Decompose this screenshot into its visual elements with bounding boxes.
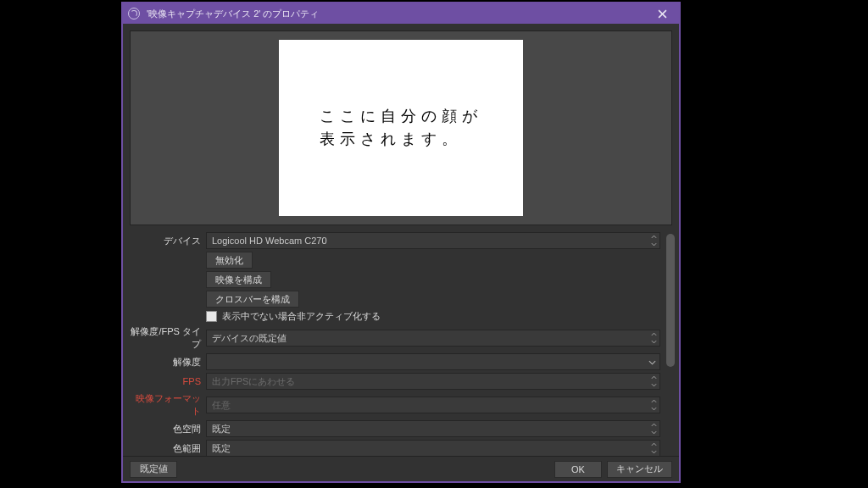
- color-space-label: 色空間: [128, 423, 206, 435]
- deactivate-when-hidden-label: 表示中でない場合非アクティブ化する: [222, 310, 381, 323]
- button-bar: 既定値 OK キャンセル: [123, 456, 679, 481]
- scrollbar[interactable]: [665, 234, 676, 449]
- close-icon[interactable]: [650, 3, 674, 24]
- res-fps-type-select[interactable]: デバイスの既定値: [206, 330, 660, 347]
- configure-crossbar-button[interactable]: クロスバーを構成: [206, 291, 299, 308]
- video-format-select[interactable]: 任意: [206, 396, 660, 413]
- video-format-label: 映像フォーマット: [128, 392, 206, 418]
- defaults-button[interactable]: 既定値: [130, 461, 177, 478]
- ok-button[interactable]: OK: [554, 461, 602, 478]
- fps-spinner-icon[interactable]: [648, 374, 659, 389]
- preview-placeholder: ここに自分の顔が 表示されます。: [279, 40, 523, 216]
- res-fps-type-spinner-icon[interactable]: [648, 330, 659, 346]
- color-space-spinner-icon[interactable]: [648, 421, 659, 436]
- res-fps-type-value: デバイスの既定値: [212, 332, 287, 345]
- resolution-select[interactable]: [206, 353, 660, 370]
- preview-area: ここに自分の顔が 表示されます。: [123, 24, 679, 227]
- obs-app-icon: [128, 8, 140, 19]
- deactivate-when-hidden-checkbox[interactable]: [206, 311, 217, 322]
- fps-label: FPS: [128, 376, 206, 386]
- resolution-label: 解像度: [128, 356, 206, 369]
- dialog-client: ここに自分の顔が 表示されます。 デバイス Logicool HD Webcam…: [123, 24, 679, 481]
- color-space-select[interactable]: 既定: [206, 420, 660, 437]
- fps-select[interactable]: 出力FPSにあわせる: [206, 373, 660, 390]
- configure-video-button[interactable]: 映像を構成: [206, 271, 271, 288]
- device-label: デバイス: [128, 235, 206, 247]
- fps-value: 出力FPSにあわせる: [212, 375, 295, 388]
- video-preview: ここに自分の顔が 表示されます。: [130, 30, 672, 225]
- device-select-value: Logicool HD Webcam C270: [212, 236, 327, 246]
- cancel-button[interactable]: キャンセル: [607, 461, 672, 478]
- titlebar[interactable]: '映像キャプチャデバイス 2' のプロパティ: [123, 3, 679, 24]
- window-title: '映像キャプチャデバイス 2' のプロパティ: [147, 8, 650, 20]
- properties-dialog: '映像キャプチャデバイス 2' のプロパティ ここに自分の顔が 表示されます。 …: [121, 2, 681, 483]
- device-select[interactable]: Logicool HD Webcam C270: [206, 232, 660, 249]
- color-range-select[interactable]: 既定: [206, 440, 660, 456]
- chevron-down-icon: [648, 357, 656, 367]
- form-area: デバイス Logicool HD Webcam C270 無効化 映像を構成 ク…: [123, 227, 679, 456]
- color-range-label: 色範囲: [128, 442, 206, 455]
- color-range-value: 既定: [212, 442, 231, 455]
- disable-button[interactable]: 無効化: [206, 252, 253, 269]
- video-format-spinner-icon[interactable]: [648, 397, 659, 413]
- res-fps-type-label: 解像度/FPS タイプ: [128, 325, 206, 351]
- video-format-value: 任意: [212, 399, 231, 412]
- color-range-spinner-icon[interactable]: [648, 441, 659, 456]
- color-space-value: 既定: [212, 423, 231, 435]
- device-select-spinner-icon[interactable]: [648, 233, 659, 248]
- scrollbar-thumb[interactable]: [666, 234, 675, 367]
